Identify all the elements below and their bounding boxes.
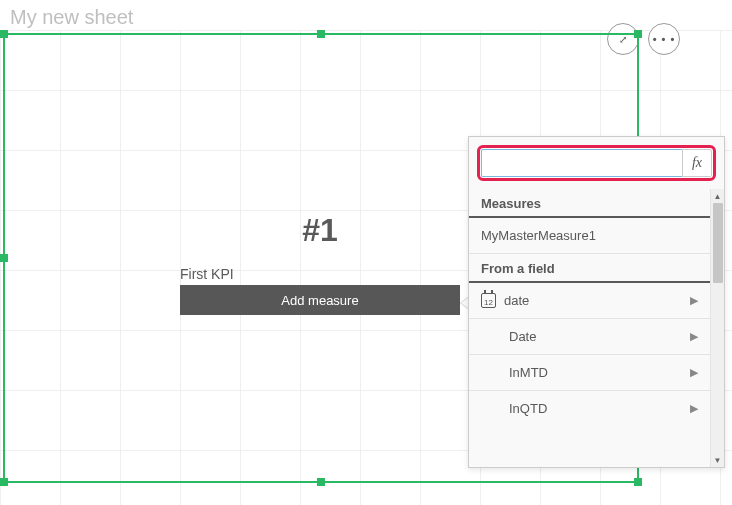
resize-handle-ne[interactable] bbox=[634, 30, 642, 38]
expression-editor-button[interactable]: fx bbox=[682, 149, 712, 177]
chevron-right-icon: ▶ bbox=[690, 294, 698, 307]
section-header-field: From a field bbox=[469, 254, 710, 283]
scroll-up-button[interactable]: ▲ bbox=[711, 189, 724, 203]
chevron-right-icon: ▶ bbox=[690, 330, 698, 343]
chevron-right-icon: ▶ bbox=[690, 366, 698, 379]
measure-search-input[interactable] bbox=[481, 149, 682, 177]
resize-handle-nw[interactable] bbox=[0, 30, 8, 38]
fx-icon: fx bbox=[692, 155, 702, 171]
measure-dropdown: fx Measures MyMasterMeasure1 From a fiel… bbox=[468, 136, 725, 468]
kpi-label: First KPI bbox=[180, 266, 234, 282]
resize-handle-w[interactable] bbox=[0, 254, 8, 262]
field-item-label: date bbox=[504, 293, 529, 308]
add-measure-label: Add measure bbox=[281, 293, 358, 308]
scroll-thumb[interactable] bbox=[713, 203, 723, 283]
resize-handle-s[interactable] bbox=[317, 478, 325, 486]
chevron-right-icon: ▶ bbox=[690, 402, 698, 415]
field-subitem-inmtd[interactable]: InMTD ▶ bbox=[469, 355, 710, 391]
add-measure-button[interactable]: Add measure bbox=[180, 285, 460, 315]
field-subitem-label: InQTD bbox=[509, 401, 547, 416]
dropdown-body: Measures MyMasterMeasure1 From a field 1… bbox=[469, 189, 724, 467]
dropdown-scroll: Measures MyMasterMeasure1 From a field 1… bbox=[469, 189, 710, 467]
dropdown-scrollbar[interactable]: ▲ ▼ bbox=[710, 189, 724, 467]
measure-item-label: MyMasterMeasure1 bbox=[481, 228, 596, 243]
resize-handle-sw[interactable] bbox=[0, 478, 8, 486]
field-item-date[interactable]: 12 date ▶ bbox=[469, 283, 710, 319]
resize-handle-se[interactable] bbox=[634, 478, 642, 486]
calendar-icon: 12 bbox=[481, 293, 496, 308]
field-subitem-label: InMTD bbox=[509, 365, 548, 380]
field-subitem-inqtd[interactable]: InQTD ▶ bbox=[469, 391, 710, 426]
more-options-button[interactable]: • • • bbox=[648, 23, 680, 55]
scroll-down-button[interactable]: ▼ bbox=[711, 453, 724, 467]
section-header-measures: Measures bbox=[469, 189, 710, 218]
field-subitem-date[interactable]: Date ▶ bbox=[469, 319, 710, 355]
measure-item[interactable]: MyMasterMeasure1 bbox=[469, 218, 710, 254]
sheet-title[interactable]: My new sheet bbox=[10, 6, 133, 29]
search-highlight: fx bbox=[477, 145, 716, 181]
more-icon: • • • bbox=[653, 33, 676, 45]
resize-handle-n[interactable] bbox=[317, 30, 325, 38]
field-subitem-label: Date bbox=[509, 329, 536, 344]
